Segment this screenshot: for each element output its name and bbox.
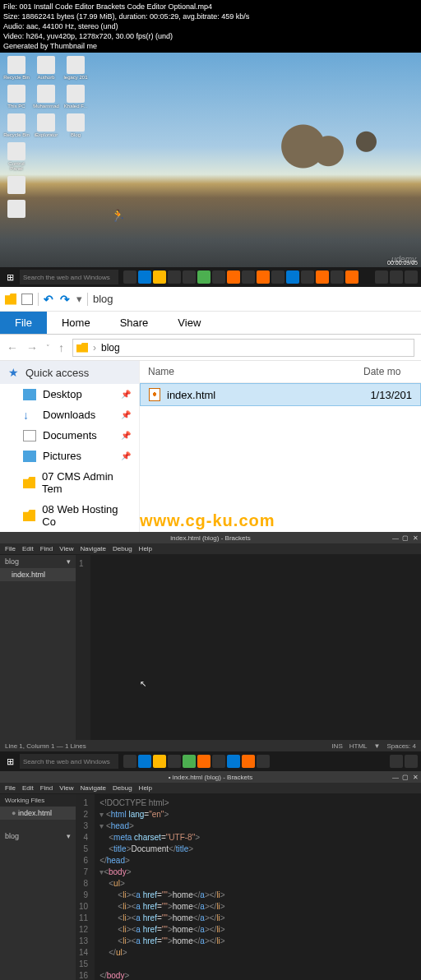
brackets-titlebar[interactable]: • index.html (blog) - Brackets —▢✕ <box>0 771 421 783</box>
menu-item[interactable]: Help <box>139 784 152 792</box>
menu-item[interactable]: Help <box>139 545 152 552</box>
sidebar-item[interactable]: 07 CMS Admin Tem <box>0 466 139 499</box>
code-line[interactable]: ▾ <html lang="en"> <box>99 809 416 821</box>
undo-icon[interactable]: ↶ <box>44 294 55 305</box>
document-icon[interactable] <box>21 294 33 305</box>
desktop-icon[interactable]: iExplorator <box>33 113 59 137</box>
close-icon[interactable]: ✕ <box>411 774 419 781</box>
taskbar-icon[interactable] <box>123 270 136 284</box>
sidebar-file[interactable]: ● index.html <box>0 807 76 820</box>
sidebar-item[interactable]: ↓Downloads📌 <box>0 404 139 425</box>
menu-item[interactable]: Find <box>40 545 53 552</box>
path-segment[interactable]: blog <box>101 342 120 354</box>
tab-home[interactable]: Home <box>47 312 105 334</box>
code-line[interactable]: </body> <box>99 970 416 980</box>
minimize-icon[interactable]: — <box>391 774 400 781</box>
column-headers[interactable]: Name Date mo <box>140 361 421 383</box>
col-name[interactable]: Name <box>148 366 363 377</box>
status-item[interactable]: ▼ <box>374 742 381 750</box>
chevron-down-icon[interactable]: ˅ <box>46 344 50 352</box>
tray-icon[interactable] <box>390 270 403 284</box>
system-tray[interactable] <box>375 270 421 284</box>
taskbar-icon[interactable] <box>212 270 225 284</box>
taskbar-icon[interactable] <box>197 270 210 284</box>
code-line[interactable]: ▾<body> <box>99 867 416 878</box>
taskbar-search[interactable]: Search the web and Windows <box>20 754 118 769</box>
forward-button[interactable]: → <box>26 341 38 354</box>
status-item[interactable]: HTML <box>349 742 368 750</box>
code-line[interactable]: <li><a href="">home</a></li> <box>99 936 416 947</box>
desktop-icon[interactable]: Recycle Bin <box>3 56 30 80</box>
status-item[interactable]: INS <box>331 742 342 750</box>
taskbar-icon[interactable] <box>168 755 181 768</box>
taskbar-icon[interactable] <box>138 755 151 768</box>
code-line[interactable]: ▾ <head> <box>99 821 416 832</box>
maximize-icon[interactable]: ▢ <box>401 534 409 542</box>
code-area[interactable]: <!DOCTYPE html>▾ <html lang="en">▾ <head… <box>95 794 421 980</box>
taskbar-search[interactable]: Search the web and Windows <box>20 270 118 284</box>
menu-item[interactable]: Navigate <box>80 545 106 552</box>
code-editor[interactable]: 1234567891011121314151617 <!DOCTYPE html… <box>76 794 421 980</box>
close-icon[interactable]: ✕ <box>411 534 419 542</box>
menu-item[interactable]: Find <box>40 784 53 792</box>
maximize-icon[interactable]: ▢ <box>401 774 409 781</box>
sidebar-item[interactable]: Pictures📌 <box>0 446 139 466</box>
code-editor[interactable]: 1 ↖ <box>76 555 421 740</box>
taskbar-icon[interactable] <box>183 755 196 768</box>
taskbar-icon[interactable] <box>257 755 270 768</box>
taskbar-icon[interactable] <box>212 755 225 768</box>
tab-share[interactable]: Share <box>105 312 164 334</box>
taskbar-icon[interactable] <box>331 270 344 284</box>
code-line[interactable]: <li><a href="">home</a></li> <box>99 913 416 924</box>
windows-taskbar[interactable]: ⊞ Search the web and Windows <box>0 267 421 287</box>
menu-item[interactable]: Edit <box>22 545 34 552</box>
start-button[interactable]: ⊞ <box>0 267 20 287</box>
file-row[interactable]: index.html 1/13/201 <box>140 383 421 406</box>
taskbar-icon[interactable] <box>227 755 240 768</box>
menu-item[interactable]: Edit <box>22 784 34 792</box>
desktop-icon[interactable]: Khaled F... <box>62 85 89 109</box>
taskbar-icon[interactable] <box>316 270 329 284</box>
windows-desktop[interactable]: Recycle Bin This PC Recycle Bin Control … <box>0 53 421 287</box>
taskbar-icon[interactable] <box>227 270 240 284</box>
chevron-down-icon[interactable]: ▾ <box>76 293 82 305</box>
system-tray[interactable] <box>390 755 421 768</box>
menu-item[interactable]: Debug <box>113 784 132 792</box>
menu-item[interactable]: View <box>59 545 73 552</box>
desktop-icon[interactable]: Blog <box>62 113 89 137</box>
taskbar-icon[interactable] <box>286 270 299 284</box>
desktop-icon[interactable] <box>3 176 30 195</box>
sidebar-file[interactable]: index.html <box>0 568 76 581</box>
desktop-icon[interactable]: legacy 201 <box>62 56 89 80</box>
taskbar-icon[interactable] <box>168 270 181 284</box>
project-dropdown[interactable]: blog▾ <box>0 830 76 843</box>
working-files-header[interactable]: Working Files <box>0 794 76 807</box>
taskbar-icon[interactable] <box>271 270 285 284</box>
back-button[interactable]: ← <box>7 341 18 354</box>
desktop-icon[interactable] <box>3 200 30 219</box>
taskbar-icon[interactable] <box>257 270 270 284</box>
col-date[interactable]: Date mo <box>363 366 413 377</box>
code-line[interactable]: <li><a href="">home</a></li> <box>99 890 416 901</box>
tab-view[interactable]: View <box>163 312 215 334</box>
code-line[interactable]: <ul> <box>99 878 416 890</box>
explorer-titlebar[interactable]: ↶ ↷ ▾ blog <box>0 287 421 312</box>
brackets-menu[interactable]: FileEditFindViewNavigateDebugHelp <box>0 543 421 555</box>
taskbar-icon[interactable] <box>301 270 314 284</box>
address-bar[interactable]: › blog <box>72 339 414 357</box>
desktop-icon[interactable]: Recycle Bin <box>3 113 30 137</box>
tray-icon[interactable] <box>375 270 388 284</box>
desktop-icon[interactable]: Authorb <box>33 56 59 80</box>
taskbar-icon[interactable] <box>242 755 255 768</box>
desktop-icon[interactable]: Control Panel <box>3 142 30 171</box>
brackets-titlebar[interactable]: index.html (blog) - Brackets —▢✕ <box>0 532 421 543</box>
quick-access-header[interactable]: ★ Quick access <box>0 361 139 384</box>
taskbar-icon[interactable] <box>153 270 166 284</box>
menu-item[interactable]: File <box>5 784 16 792</box>
code-line[interactable]: <title>Document</title> <box>99 844 416 855</box>
status-position[interactable]: Line 1, Column 1 — 1 Lines <box>5 742 86 750</box>
code-line[interactable]: <meta charset="UTF-8"> <box>99 832 416 844</box>
taskbar-icon[interactable] <box>242 270 255 284</box>
folder-icon[interactable] <box>5 294 16 305</box>
menu-item[interactable]: View <box>59 784 73 792</box>
